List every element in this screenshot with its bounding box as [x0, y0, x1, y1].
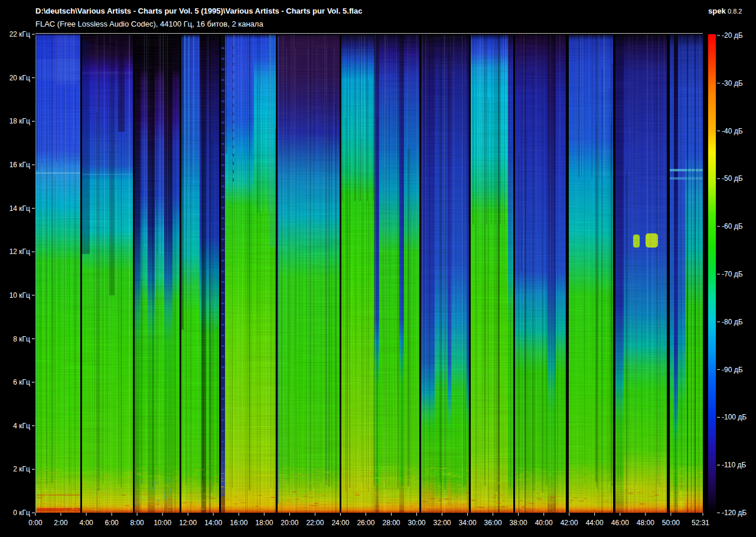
svg-text:-80 дБ: -80 дБ	[722, 318, 743, 326]
svg-text:22:00: 22:00	[306, 519, 324, 527]
svg-text:6 кГц: 6 кГц	[13, 378, 30, 386]
svg-text:28:00: 28:00	[382, 519, 400, 527]
svg-text:8:00: 8:00	[130, 519, 144, 527]
svg-text:36:00: 36:00	[484, 519, 502, 527]
svg-text:-20 дБ: -20 дБ	[722, 31, 743, 40]
svg-text:0 кГц: 0 кГц	[13, 509, 30, 517]
svg-text:-60 дБ: -60 дБ	[722, 222, 743, 230]
svg-text:38:00: 38:00	[510, 519, 527, 527]
svg-text:12 кГц: 12 кГц	[9, 248, 30, 256]
svg-text:14 кГц: 14 кГц	[9, 204, 30, 213]
svg-text:0:00: 0:00	[28, 519, 43, 527]
svg-text:0.8.2: 0.8.2	[728, 8, 742, 15]
svg-text:24:00: 24:00	[331, 519, 349, 527]
svg-text:34:00: 34:00	[459, 519, 477, 527]
svg-text:46:00: 46:00	[611, 519, 629, 527]
svg-text:6:00: 6:00	[105, 519, 119, 527]
svg-text:26:00: 26:00	[357, 519, 374, 527]
svg-text:-50 дБ: -50 дБ	[722, 174, 743, 183]
svg-text:40:00: 40:00	[535, 519, 553, 527]
svg-text:48:00: 48:00	[637, 519, 654, 527]
svg-text:-70 дБ: -70 дБ	[722, 270, 743, 278]
svg-text:22 кГц: 22 кГц	[9, 30, 30, 38]
svg-text:8 кГц: 8 кГц	[13, 335, 30, 343]
svg-text:10:00: 10:00	[154, 519, 171, 527]
svg-text:20 кГц: 20 кГц	[9, 74, 30, 82]
svg-text:16 кГц: 16 кГц	[9, 161, 30, 169]
svg-text:14:00: 14:00	[204, 519, 222, 527]
svg-text:2:00: 2:00	[54, 519, 68, 527]
svg-text:spek: spek	[708, 6, 726, 15]
svg-text:42:00: 42:00	[561, 519, 578, 527]
svg-text:-110 дБ: -110 дБ	[722, 461, 746, 469]
svg-text:-30 дБ: -30 дБ	[722, 79, 743, 87]
svg-text:44:00: 44:00	[586, 519, 604, 527]
svg-text:50:00: 50:00	[662, 519, 680, 527]
svg-text:20:00: 20:00	[281, 519, 298, 527]
svg-text:-90 дБ: -90 дБ	[722, 366, 743, 374]
svg-text:-120 дБ: -120 дБ	[722, 509, 747, 517]
svg-text:12:00: 12:00	[179, 519, 197, 527]
svg-text:18:00: 18:00	[255, 519, 273, 527]
svg-text:32:00: 32:00	[433, 519, 451, 527]
svg-text:16:00: 16:00	[230, 519, 247, 527]
svg-text:18 кГц: 18 кГц	[9, 117, 30, 125]
svg-text:4:00: 4:00	[79, 519, 93, 527]
svg-text:2 кГц: 2 кГц	[13, 465, 30, 473]
svg-text:30:00: 30:00	[408, 519, 425, 527]
svg-text:FLAC (Free Lossless Audio Code: FLAC (Free Lossless Audio Codec), 44100 …	[35, 19, 263, 28]
svg-text:10 кГц: 10 кГц	[9, 291, 30, 300]
svg-text:4 кГц: 4 кГц	[13, 422, 30, 430]
svg-text:-40 дБ: -40 дБ	[722, 127, 743, 135]
svg-text:-100 дБ: -100 дБ	[722, 413, 747, 421]
svg-text:52:31: 52:31	[692, 519, 709, 527]
svg-text:D:\deutsch\Various Artists - C: D:\deutsch\Various Artists - Charts pur …	[35, 6, 362, 15]
